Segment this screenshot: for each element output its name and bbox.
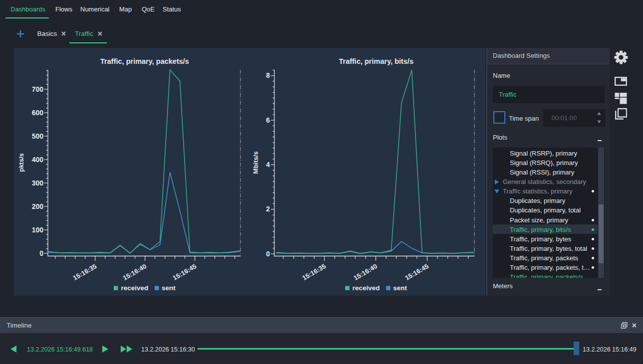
svg-text:15:16:45: 15:16:45 bbox=[172, 262, 198, 282]
svg-text:15:16:40: 15:16:40 bbox=[352, 262, 379, 282]
svg-text:15:16:45: 15:16:45 bbox=[404, 262, 430, 282]
svg-text:4: 4 bbox=[266, 161, 270, 169]
svg-text:Traffic, primary, bits/s: Traffic, primary, bits/s bbox=[339, 57, 414, 65]
svg-text:700: 700 bbox=[32, 85, 44, 93]
svg-text:Traffic, primary, packets/s: Traffic, primary, packets/s bbox=[100, 57, 189, 65]
svg-text:2: 2 bbox=[266, 205, 270, 213]
svg-text:300: 300 bbox=[32, 179, 44, 187]
svg-text:400: 400 bbox=[32, 156, 44, 164]
svg-text:15:16:40: 15:16:40 bbox=[122, 262, 148, 282]
svg-text:6: 6 bbox=[266, 116, 270, 124]
svg-text:received: received bbox=[353, 284, 380, 292]
svg-text:500: 500 bbox=[32, 132, 44, 140]
svg-text:0: 0 bbox=[266, 250, 270, 258]
svg-text:sent: sent bbox=[393, 284, 407, 292]
svg-text:Mbits/s: Mbits/s bbox=[252, 152, 259, 174]
svg-text:8: 8 bbox=[266, 71, 270, 79]
svg-text:received: received bbox=[121, 284, 149, 292]
svg-text:pkts/s: pkts/s bbox=[17, 153, 25, 172]
svg-text:200: 200 bbox=[32, 202, 44, 210]
svg-text:15:16:35: 15:16:35 bbox=[301, 262, 327, 282]
svg-text:sent: sent bbox=[162, 284, 176, 292]
svg-text:0: 0 bbox=[39, 249, 43, 257]
svg-text:600: 600 bbox=[32, 109, 44, 117]
svg-text:100: 100 bbox=[32, 226, 44, 234]
svg-text:15:16:35: 15:16:35 bbox=[72, 262, 98, 282]
